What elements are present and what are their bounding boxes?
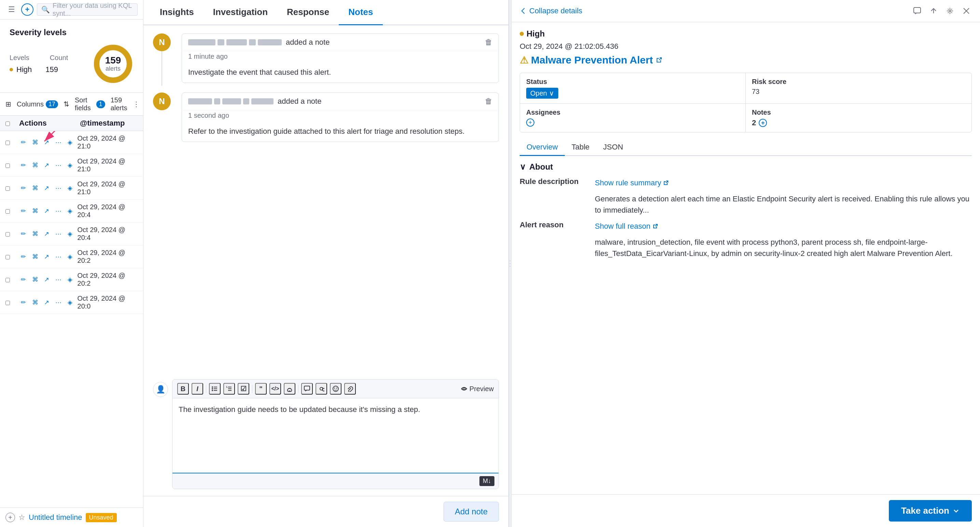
row-checkbox[interactable]	[5, 255, 10, 259]
edit-icon[interactable]: ✏	[19, 183, 28, 193]
row-checkbox[interactable]	[5, 186, 10, 191]
collapse-details-button[interactable]: Collapse details	[520, 6, 582, 15]
attach-button[interactable]	[344, 383, 356, 395]
sub-tab-overview[interactable]: Overview	[520, 139, 565, 156]
add-assignee-icon[interactable]: +	[526, 118, 535, 127]
share-icon[interactable]: ↗	[42, 252, 52, 262]
sub-tab-table[interactable]: Table	[565, 139, 597, 156]
alert-reason-link[interactable]: Show full reason	[595, 221, 972, 232]
add-note-button[interactable]: Add note	[444, 502, 499, 522]
comment-button[interactable]	[301, 383, 313, 395]
edit-icon[interactable]: ✏	[19, 275, 28, 284]
edit-icon[interactable]: ✏	[19, 160, 28, 170]
columns-button[interactable]: Columns 17	[17, 100, 58, 108]
network-icon[interactable]: ⌘	[30, 183, 40, 193]
italic-button[interactable]: I	[192, 383, 203, 395]
status-open-badge[interactable]: Open ∨	[526, 88, 558, 98]
filter-icon[interactable]: ◈	[65, 298, 75, 307]
filter-bar[interactable]: 🔍 Filter your data using KQL synt...	[37, 3, 138, 16]
more-icon[interactable]: ⋯	[54, 229, 63, 238]
tab-response[interactable]: Response	[277, 0, 339, 25]
more-icon[interactable]: ⋯	[54, 138, 63, 147]
filter-icon[interactable]: ◈	[65, 138, 75, 147]
risk-score-label: Risk score	[752, 78, 965, 86]
row-actions: ✏ ⌘ ↗ ⋯ ◈	[19, 275, 75, 284]
network-icon[interactable]: ⌘	[30, 275, 40, 284]
about-header[interactable]: ∨ About	[520, 162, 972, 172]
network-icon[interactable]: ⌘	[30, 160, 40, 170]
drag-handle[interactable]: ⋮	[509, 0, 512, 527]
author-block	[249, 39, 256, 45]
network-icon[interactable]: ⌘	[30, 298, 40, 307]
more-icon[interactable]: ⋯	[54, 160, 63, 170]
add-note-meta-icon[interactable]: +	[759, 119, 767, 127]
close-icon[interactable]	[961, 5, 972, 16]
share-icon[interactable]: ↗	[42, 275, 52, 284]
editor-body[interactable]: The investigation guide needs to be upda…	[172, 398, 498, 473]
more-icon[interactable]: ⋯	[54, 298, 63, 307]
share-icon[interactable]: ↗	[42, 183, 52, 193]
quote-button[interactable]: "	[255, 383, 267, 395]
network-icon[interactable]: ⌘	[30, 138, 40, 147]
status-chevron: ∨	[549, 89, 554, 97]
bold-button[interactable]: B	[177, 383, 189, 395]
more-icon[interactable]: ⋯	[54, 275, 63, 284]
network-icon[interactable]: ⌘	[30, 206, 40, 216]
filter-icon[interactable]: ◈	[65, 252, 75, 262]
add-new-button[interactable]: +	[21, 3, 33, 16]
network-icon[interactable]: ⌘	[30, 252, 40, 262]
sub-tab-json[interactable]: JSON	[596, 139, 630, 156]
timeline-label[interactable]: Untitled timeline	[29, 513, 82, 522]
toolbar-divider	[252, 385, 252, 393]
filter-icon[interactable]: ◈	[65, 275, 75, 284]
edit-icon[interactable]: ✏	[19, 252, 28, 262]
share-icon[interactable]	[928, 5, 939, 16]
share-icon[interactable]: ↗	[42, 138, 52, 147]
tab-insights[interactable]: Insights	[150, 0, 204, 25]
share-icon[interactable]: ↗	[42, 160, 52, 170]
rule-description-link[interactable]: Show rule summary	[595, 177, 972, 189]
edit-icon[interactable]: ✏	[19, 206, 28, 216]
select-all-checkbox[interactable]	[5, 122, 10, 126]
code-button[interactable]: </>	[269, 383, 281, 395]
more-icon[interactable]: ⋯	[54, 183, 63, 193]
ordered-list-button[interactable]: 1.	[223, 383, 235, 395]
menu-icon[interactable]: ☰	[5, 3, 18, 16]
note-delete-2[interactable]: 🗑	[485, 97, 492, 106]
chat-icon[interactable]	[912, 5, 923, 16]
row-checkbox[interactable]	[5, 141, 10, 145]
filter-icon[interactable]: ◈	[65, 206, 75, 216]
row-checkbox[interactable]	[5, 163, 10, 168]
table-options-icon[interactable]: ⋮	[133, 100, 140, 108]
add-timeline-icon[interactable]: +	[5, 513, 15, 522]
tab-investigation[interactable]: Investigation	[204, 0, 277, 25]
row-checkbox[interactable]	[5, 278, 10, 282]
task-list-button[interactable]: ☑	[238, 383, 249, 395]
filter-icon[interactable]: ◈	[65, 160, 75, 170]
emoji-button[interactable]	[330, 383, 342, 395]
share-icon[interactable]: ↗	[42, 298, 52, 307]
take-action-button[interactable]: Take action	[889, 500, 972, 522]
filter-icon[interactable]: ◈	[65, 229, 75, 238]
share-icon[interactable]: ↗	[42, 229, 52, 238]
link-button[interactable]	[284, 383, 295, 395]
alert-title[interactable]: ⚠ Malware Prevention Alert	[520, 54, 972, 66]
star-icon[interactable]: ☆	[18, 513, 25, 522]
settings-icon[interactable]	[945, 5, 955, 16]
edit-icon[interactable]: ✏	[19, 298, 28, 307]
tab-notes[interactable]: Notes	[339, 0, 382, 25]
share-icon[interactable]: ↗	[42, 206, 52, 216]
row-checkbox[interactable]	[5, 209, 10, 214]
note-delete-1[interactable]: 🗑	[485, 38, 492, 47]
preview-button[interactable]: Preview	[461, 385, 494, 393]
unordered-list-button[interactable]	[209, 383, 221, 395]
row-checkbox[interactable]	[5, 301, 10, 305]
edit-icon[interactable]: ✏	[19, 138, 28, 147]
more-icon[interactable]: ⋯	[54, 206, 63, 216]
more-icon[interactable]: ⋯	[54, 252, 63, 262]
row-checkbox[interactable]	[5, 232, 10, 237]
mention-button[interactable]	[315, 383, 327, 395]
edit-icon[interactable]: ✏	[19, 229, 28, 238]
filter-icon[interactable]: ◈	[65, 183, 75, 193]
network-icon[interactable]: ⌘	[30, 229, 40, 238]
